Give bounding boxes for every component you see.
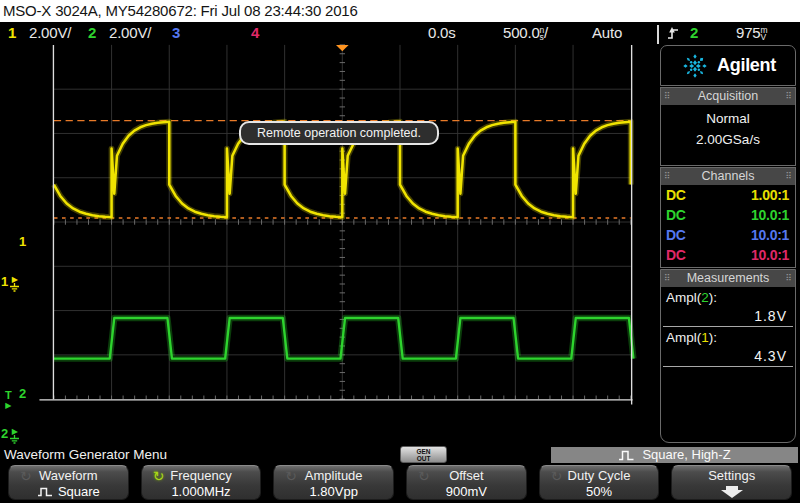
- softkey-offset[interactable]: ↻ Offset 900mV: [406, 465, 527, 500]
- ch1-scale[interactable]: 2.00V/: [29, 22, 71, 44]
- statusbar-divider: [657, 25, 659, 44]
- channel-row-3: DC10.0:1: [661, 225, 795, 245]
- trigger-mode: Auto: [592, 22, 622, 44]
- ch1-trace-label: 1: [19, 234, 26, 249]
- acquisition-mode: Normal: [661, 111, 795, 126]
- softkey-settings[interactable]: Settings: [671, 465, 792, 500]
- agilent-spark-icon: [680, 51, 710, 81]
- trigger-source: 2: [690, 22, 698, 44]
- statusbar: 1 2.00V/ 2 2.00V/ 3 4 0.0s 500.0ns/ Auto…: [0, 22, 800, 44]
- trigger-level-readout: 975mV: [736, 22, 767, 44]
- rotate-knob-icon: ↻: [20, 469, 32, 483]
- softkey-frequency[interactable]: ↻ Frequency 1.000MHz: [141, 465, 262, 500]
- trigger-edge-icon: [667, 26, 680, 40]
- menubar: Waveform Generator Menu GENOUT Square, H…: [0, 446, 800, 464]
- brand-name: Agilent: [717, 55, 776, 76]
- sample-rate: 2.00GSa/s: [661, 132, 795, 147]
- rotate-knob-icon: ↻: [551, 469, 563, 483]
- titlebar: MSO-X 3024A, MY54280672: Fri Jul 08 23:4…: [0, 0, 800, 22]
- timebase-readout: 500.0ns/: [503, 22, 548, 44]
- measurement-ampl2: Ampl(2): 1.8V: [661, 287, 795, 327]
- menu-title: Waveform Generator Menu: [4, 447, 167, 462]
- ch1-ground-marker[interactable]: 1 ▶: [1, 276, 20, 292]
- ch2-ground-marker[interactable]: 2 ▶: [1, 428, 20, 444]
- softkey-amplitude[interactable]: ↻ Amplitude 1.80Vpp: [273, 465, 394, 500]
- grip-icon: ⠿: [785, 89, 792, 104]
- channel-row-2: DC10.0:1: [661, 205, 795, 225]
- waveform-display-area: 1 ▶ T▶ 2 ▶ 1 2 Remote operation complete…: [0, 44, 800, 446]
- generator-mode-status: Square, High-Z: [551, 447, 798, 463]
- trigger-level-marker[interactable]: T▶: [5, 391, 12, 410]
- softkey-waveform[interactable]: ↻ Waveform Square: [8, 465, 129, 500]
- grip-icon: ⠿: [664, 169, 671, 184]
- rotate-knob-icon: ↻: [418, 469, 430, 483]
- rotate-knob-icon: ↻: [153, 469, 165, 483]
- ch2-scale[interactable]: 2.00V/: [109, 22, 151, 44]
- acquisition-header: ⠿ Acquisition ⠿: [661, 88, 795, 105]
- grip-icon: ⠿: [664, 89, 671, 104]
- channels-header: ⠿ Channels ⠿: [661, 168, 795, 185]
- ch4-number[interactable]: 4: [251, 22, 259, 44]
- ch2-number[interactable]: 2: [88, 22, 96, 44]
- channels-panel: ⠿ Channels ⠿ DC1.00:1 DC10.0:1 DC10.0:1 …: [660, 167, 796, 268]
- acquisition-panel: ⠿ Acquisition ⠿ Normal 2.00GSa/s: [660, 87, 796, 166]
- softkey-duty-cycle[interactable]: ↻ Duty Cycle 50%: [539, 465, 660, 500]
- ch3-number[interactable]: 3: [172, 22, 180, 44]
- brand-panel: Agilent: [660, 45, 796, 86]
- measurements-panel: ⠿ Measurements ⠿ Ampl(2): 1.8V Ampl(1): …: [660, 269, 796, 443]
- delay-readout: 0.0s: [428, 22, 456, 44]
- ground-icon: [9, 435, 20, 444]
- rotate-knob-icon: ↻: [285, 469, 297, 483]
- oscilloscope-screen: MSO-X 3024A, MY54280672: Fri Jul 08 23:4…: [0, 0, 800, 503]
- measurements-header: ⠿ Measurements ⠿: [661, 270, 795, 287]
- down-arrow-icon: [721, 486, 743, 498]
- channel-row-1: DC1.00:1: [661, 185, 795, 205]
- sidebar: Agilent ⠿ Acquisition ⠿ Normal 2.00GSa/s…: [660, 45, 798, 443]
- grip-icon: ⠿: [785, 271, 792, 286]
- ch2-trace-label: 2: [19, 386, 26, 401]
- ground-icon: [9, 283, 20, 292]
- remote-message-popup: Remote operation completed.: [239, 121, 439, 145]
- ch1-number[interactable]: 1: [8, 22, 16, 44]
- channel-row-4: DC10.0:1: [661, 245, 795, 265]
- gen-out-button[interactable]: GENOUT: [400, 446, 447, 463]
- grip-icon: ⠿: [664, 271, 671, 286]
- grip-icon: ⠿: [785, 169, 792, 184]
- square-wave-icon: [37, 487, 53, 497]
- square-wave-icon: [618, 450, 635, 461]
- measurement-ampl1: Ampl(1): 4.3V: [661, 327, 795, 367]
- softkey-row: ↻ Waveform Square ↻ Frequency 1.000MHz ↻…: [0, 464, 800, 503]
